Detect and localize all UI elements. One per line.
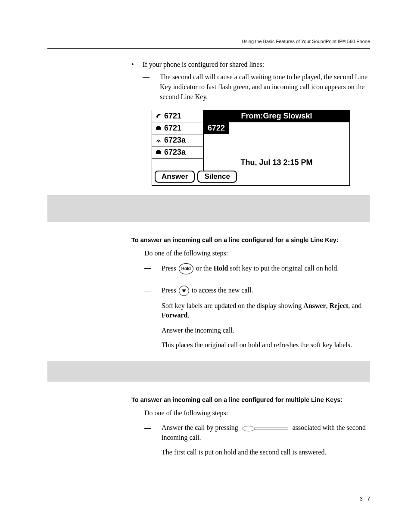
- svg-rect-0: [156, 127, 161, 130]
- bullet-text: If your phone is configured for shared l…: [143, 61, 264, 68]
- task1-heading: To answer an incoming call on a line con…: [131, 236, 370, 243]
- lcd-datetime: Thu, Jul 13 2:15 PM: [204, 156, 349, 171]
- lcd-line-2: 6721: [152, 122, 203, 134]
- softkey-answer: Answer: [155, 171, 195, 183]
- dash: —: [144, 286, 162, 355]
- task1-step1: Press Hold or the Hold soft key to put t…: [162, 263, 370, 280]
- svg-point-5: [243, 426, 255, 431]
- task2-step1: Answer the call by pressing associated w…: [162, 423, 370, 462]
- note-placeholder: [47, 195, 370, 222]
- handset-icon: [156, 113, 162, 119]
- svg-rect-1: [157, 126, 160, 127]
- phone-icon: [156, 125, 162, 131]
- dash: —: [144, 423, 162, 462]
- lcd-line-3: 6723a: [152, 134, 203, 146]
- dash: —: [143, 72, 160, 102]
- ringing-icon: [156, 137, 162, 143]
- down-arrow-icon: [179, 286, 189, 296]
- phone-icon: [156, 149, 162, 155]
- softkey-silence: Silence: [197, 171, 237, 183]
- bullet: •: [131, 61, 143, 68]
- lcd-line-4: 6723a: [152, 146, 203, 159]
- lcd-line-list: 6721 6721 6723a: [152, 110, 204, 171]
- svg-point-2: [158, 141, 159, 143]
- lcd-line-1: 6721: [152, 110, 203, 122]
- svg-rect-4: [157, 150, 160, 151]
- lcd-from-number: 6722: [204, 122, 229, 134]
- svg-rect-3: [156, 151, 161, 154]
- page-number: 3 - 7: [360, 496, 370, 502]
- running-header: Using the Basic Features of Your SoundPo…: [47, 39, 370, 44]
- dash-text: The second call will cause a call waitin…: [160, 72, 370, 102]
- hold-button-icon: Hold: [179, 263, 193, 274]
- task1-step2: Press to access the new call. Soft key l…: [162, 286, 370, 355]
- line-key-icon: [242, 425, 289, 432]
- dash: —: [144, 263, 162, 280]
- lcd-from-label: From:Greg Slowski: [204, 110, 349, 122]
- task2-intro: Do one of the following steps:: [144, 409, 370, 417]
- task2-heading: To answer an incoming call on a line con…: [131, 396, 370, 403]
- task1-intro: Do one of the following steps:: [144, 249, 370, 257]
- note-placeholder-2: [47, 361, 370, 382]
- phone-screen-figure: 6721 6721 6723a: [131, 110, 370, 186]
- header-rule: [47, 48, 370, 49]
